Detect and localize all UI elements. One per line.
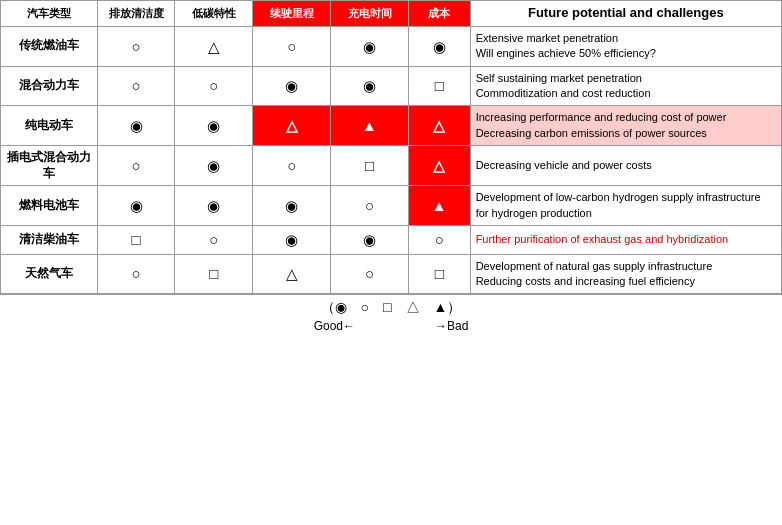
cell-cost: ○ <box>408 226 470 255</box>
cell-exhaust: □ <box>97 226 175 255</box>
table-row: 纯电动车◉◉△▲△Increasing performance and redu… <box>1 106 782 146</box>
cell-future: Self sustaining market penetrationCommod… <box>470 66 781 106</box>
cell-future: Extensive market penetrationWill engines… <box>470 26 781 66</box>
table-row: 天然气车○□△○□Development of natural gas supp… <box>1 254 782 294</box>
cell-lowcarbon: ◉ <box>175 186 253 226</box>
cell-future: Development of low-carbon hydrogen suppl… <box>470 186 781 226</box>
header-future: Future potential and challenges <box>470 1 781 27</box>
cell-range: ◉ <box>253 226 331 255</box>
cell-future: Decreasing vehicle and power costs <box>470 146 781 186</box>
cell-future: Increasing performance and reducing cost… <box>470 106 781 146</box>
cell-cost: △ <box>408 106 470 146</box>
cell-type: 燃料电池车 <box>1 186 98 226</box>
cell-charge: ○ <box>331 186 409 226</box>
cell-cost: □ <box>408 66 470 106</box>
header-cost: 成本 <box>408 1 470 27</box>
cell-charge: ◉ <box>331 66 409 106</box>
cell-lowcarbon: ○ <box>175 226 253 255</box>
cell-charge: ◉ <box>331 26 409 66</box>
cell-type: 天然气车 <box>1 254 98 294</box>
cell-lowcarbon: ○ <box>175 66 253 106</box>
cell-charge: ○ <box>331 254 409 294</box>
cell-range: ◉ <box>253 66 331 106</box>
table-row: 燃料电池车◉◉◉○▲Development of low-carbon hydr… <box>1 186 782 226</box>
cell-exhaust: ◉ <box>97 186 175 226</box>
cell-charge: ▲ <box>331 106 409 146</box>
cell-type: 插电式混合动力车 <box>1 146 98 186</box>
cell-type: 传统燃油车 <box>1 26 98 66</box>
header-lowcarbon: 低碳特性 <box>175 1 253 27</box>
cell-lowcarbon: □ <box>175 254 253 294</box>
cell-charge: ◉ <box>331 226 409 255</box>
cell-range: △ <box>253 106 331 146</box>
table-row: 传统燃油车○△○◉◉Extensive market penetrationWi… <box>1 26 782 66</box>
header-type: 汽车类型 <box>1 1 98 27</box>
cell-range: △ <box>253 254 331 294</box>
cell-lowcarbon: ◉ <box>175 106 253 146</box>
cell-lowcarbon: ◉ <box>175 146 253 186</box>
cell-exhaust: ◉ <box>97 106 175 146</box>
cell-exhaust: ○ <box>97 146 175 186</box>
cell-cost: ◉ <box>408 26 470 66</box>
cell-type: 清洁柴油车 <box>1 226 98 255</box>
main-table: 汽车类型 排放清洁度 低碳特性 续驶里程 充电时间 成本 Future pote… <box>0 0 782 294</box>
cell-cost: □ <box>408 254 470 294</box>
header-exhaust: 排放清洁度 <box>97 1 175 27</box>
table-row: 混合动力车○○◉◉□Self sustaining market penetra… <box>1 66 782 106</box>
legend-symbols: （◉ ○ □ △ ▲） <box>321 299 462 317</box>
legend-bad: →Bad <box>435 319 468 333</box>
table-wrapper: 汽车类型 排放清洁度 低碳特性 续驶里程 充电时间 成本 Future pote… <box>0 0 782 337</box>
cell-cost: △ <box>408 146 470 186</box>
cell-cost: ▲ <box>408 186 470 226</box>
cell-lowcarbon: △ <box>175 26 253 66</box>
cell-range: ○ <box>253 146 331 186</box>
cell-exhaust: ○ <box>97 254 175 294</box>
header-range: 续驶里程 <box>253 1 331 27</box>
header-charge: 充电时间 <box>331 1 409 27</box>
legend-good: Good← <box>314 319 355 333</box>
cell-range: ◉ <box>253 186 331 226</box>
legend-labels: Good← →Bad <box>314 319 469 333</box>
cell-exhaust: ○ <box>97 26 175 66</box>
legend-area: （◉ ○ □ △ ▲） Good← →Bad <box>0 294 782 337</box>
cell-type: 混合动力车 <box>1 66 98 106</box>
cell-future: Further purification of exhaust gas and … <box>470 226 781 255</box>
cell-future: Development of natural gas supply infras… <box>470 254 781 294</box>
table-row: 插电式混合动力车○◉○□△Decreasing vehicle and powe… <box>1 146 782 186</box>
cell-type: 纯电动车 <box>1 106 98 146</box>
cell-range: ○ <box>253 26 331 66</box>
table-row: 清洁柴油车□○◉◉○Further purification of exhaus… <box>1 226 782 255</box>
cell-charge: □ <box>331 146 409 186</box>
cell-exhaust: ○ <box>97 66 175 106</box>
